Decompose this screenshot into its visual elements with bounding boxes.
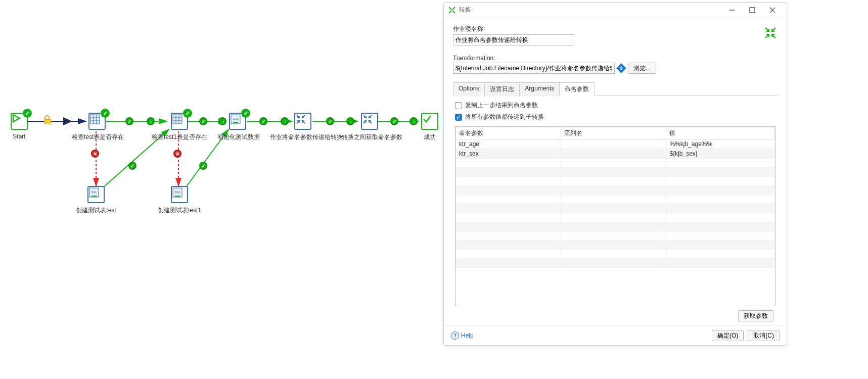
hop-ok-icon[interactable]: ✓ [199,162,207,170]
pass-all-params-checkbox[interactable]: ✓ [455,114,462,121]
node-label: 初始化测试数据 [217,133,258,141]
node-check-test[interactable]: ✓ 检查test表是否存在 [72,113,122,141]
node-label: 成功 [420,133,440,141]
check-icon: ✓ [241,109,250,118]
minimize-button[interactable] [722,4,742,16]
svg-text:SQL: SQL [91,191,98,194]
table-row[interactable] [456,213,775,222]
transformation-label: Transformation: [453,55,778,62]
help-link[interactable]: ? Help [451,331,474,340]
node-success[interactable]: 成功 [420,113,440,141]
tab-named-params[interactable]: 命名参数 [559,82,595,96]
table-row[interactable] [456,250,775,259]
params-table: 命名参数 流列名 值 ktr_age %%kjb_age%% [455,127,775,268]
check-icon: ✓ [183,109,192,118]
transformation-dialog: 转换 作业项名称: [443,2,787,346]
table-row[interactable] [456,231,775,241]
node-transform-pass-params[interactable]: 作业将命名参数传递给转换 [270,113,336,141]
check-icon: ✓ [23,109,32,118]
ok-button[interactable]: 确定(O) [712,330,744,341]
table-row[interactable] [456,168,775,177]
lock-icon [44,117,52,125]
table-row[interactable]: ktr_age %%kjb_age%% [456,139,775,149]
hop-error-icon[interactable]: ✕ [91,150,99,158]
node-label: Start [9,133,29,140]
svg-rect-10 [90,115,100,124]
node-label: 转换之间获取命名参数 [342,133,397,141]
get-params-button[interactable]: 获取参数 [738,310,773,321]
svg-text:SQL: SQL [233,117,239,120]
table-row[interactable] [456,241,775,250]
svg-rect-15 [173,115,182,124]
node-check-test1[interactable]: ✓ 检查test1表是否存在 [152,113,207,141]
pass-all-params-label: 将所有参数值都传递到子转换 [465,113,544,121]
transformation-path-input[interactable] [453,63,615,74]
help-icon: ? [451,331,459,340]
node-label: 作业将命名参数传递给转换 [270,133,336,141]
node-label: 检查test1表是否存在 [152,133,207,141]
node-transform-get-params[interactable]: 转换之间获取命名参数 [342,113,397,141]
node-init-data[interactable]: SQL ✓ 初始化测试数据 [217,113,258,141]
node-label: 创建测试表test1 [157,206,202,215]
variable-icon [616,63,626,73]
hop-ok-icon[interactable]: ✓ [259,117,267,125]
svg-text:SQL: SQL [174,191,181,194]
hop-connectors [0,0,443,379]
copy-previous-results-label: 复制上一步结果到命名参数 [465,101,538,110]
job-entry-name-input[interactable] [453,34,574,45]
node-start[interactable]: ✓ Start [9,113,29,140]
table-row[interactable] [456,204,775,213]
tab-arguments[interactable]: Arguments [519,82,560,96]
node-create-test[interactable]: SQL 创建测试表test [76,186,116,215]
tab-options[interactable]: Options [453,82,485,96]
copy-previous-results-checkbox[interactable] [455,102,462,109]
collapse-icon[interactable] [763,26,778,40]
col-stream-name[interactable]: 流列名 [561,127,666,139]
table-row[interactable] [456,177,775,186]
named-params-pane: 复制上一步结果到命名参数 ✓ 将所有参数值都传递到子转换 命名参数 流列名 值 [453,96,778,325]
params-table-container[interactable]: 命名参数 流列名 值 ktr_age %%kjb_age%% [455,126,775,306]
tab-logging[interactable]: 设置日志 [484,82,520,96]
svg-rect-27 [750,8,755,13]
hop-ok-icon[interactable]: ✓ [128,162,136,170]
dialog-titlebar[interactable]: 转换 [444,3,787,18]
workflow-canvas[interactable]: ✓ → ✓ → ✓ → ✓ → ✓ → ✕ ✕ ✓ ✓ ✓ Start ✓ [0,0,443,379]
col-param-name[interactable]: 命名参数 [456,127,561,139]
node-label: 创建测试表test [76,206,116,215]
dialog-title: 转换 [459,6,471,14]
cancel-button[interactable]: 取消(C) [748,330,780,341]
close-button[interactable] [762,4,783,16]
job-entry-name-label: 作业项名称: [453,25,763,33]
table-row[interactable] [456,195,775,204]
browse-button[interactable]: 浏览... [628,63,656,74]
table-row[interactable]: ktr_sex ${kjb_sex} [456,149,775,159]
hop-ok-icon[interactable]: ✓ [125,117,133,125]
node-label: 检查test表是否存在 [72,133,122,141]
col-value[interactable]: 值 [666,127,775,139]
table-row[interactable] [456,259,775,268]
hop-error-icon[interactable]: ✕ [173,150,181,158]
check-icon: ✓ [101,109,110,118]
maximize-button[interactable] [742,4,762,16]
table-row[interactable] [456,159,775,168]
dialog-footer: ? Help 确定(O) 取消(C) [444,325,787,345]
node-create-test1[interactable]: SQL 创建测试表test1 [157,186,202,215]
table-row[interactable] [456,186,775,195]
tab-bar: Options 设置日志 Arguments 命名参数 [453,82,778,96]
table-row[interactable] [456,222,775,231]
transformation-icon [448,6,456,14]
hop-ok-icon[interactable]: → [409,117,418,125]
